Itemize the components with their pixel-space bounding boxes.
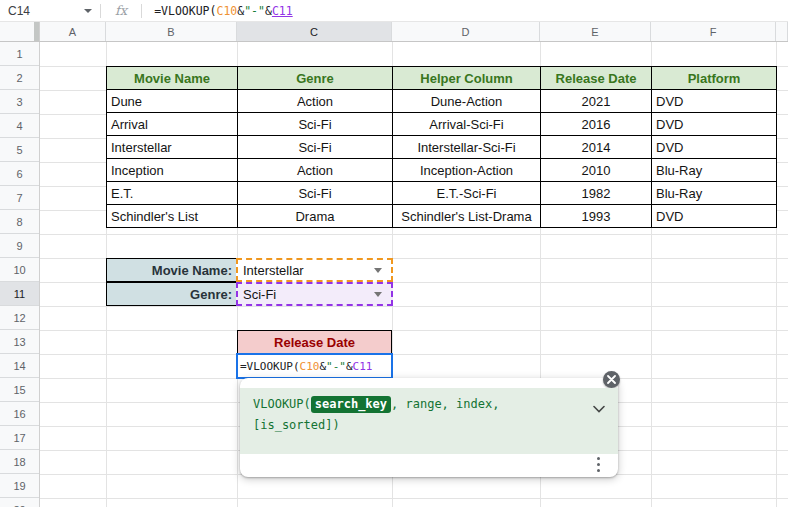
table-cell[interactable]: Blu-Ray	[652, 159, 777, 182]
table-cell[interactable]: E.T.-Sci-Fi	[393, 182, 541, 205]
row-header-5[interactable]: 5	[0, 138, 39, 162]
table-cell[interactable]: Schindler's List	[107, 205, 238, 228]
table-header-cell[interactable]: Helper Column	[393, 67, 541, 90]
table-cell[interactable]: DVD	[652, 113, 777, 136]
formula-token-ref1: C10	[216, 4, 237, 18]
column-header-partial[interactable]	[776, 22, 788, 41]
formula-token-ref2: C11	[272, 4, 293, 18]
table-cell[interactable]: Action	[238, 159, 393, 182]
row-header-16[interactable]: 16	[0, 402, 39, 426]
table-cell[interactable]: Action	[238, 90, 393, 113]
row-header-10[interactable]: 10	[0, 258, 39, 282]
name-box[interactable]: C14	[0, 0, 100, 21]
row-header-8[interactable]: 8	[0, 210, 39, 234]
sheet-grid[interactable]: Movie Name Genre Helper Column Release D…	[40, 42, 788, 507]
table-cell[interactable]: Blu-Ray	[652, 182, 777, 205]
table-cell[interactable]: 1993	[541, 205, 652, 228]
syntax-text: VLOOKUP(	[253, 397, 311, 411]
column-header-e[interactable]: E	[540, 22, 651, 41]
syntax-line-2: [is_sorted])	[253, 418, 582, 432]
table-cell[interactable]: DVD	[652, 136, 777, 159]
row-header-18[interactable]: 18	[0, 450, 39, 474]
row-header-14[interactable]: 14	[0, 354, 39, 378]
name-box-caret-icon[interactable]	[84, 9, 92, 13]
row-header-1[interactable]: 1	[0, 42, 39, 66]
row-header-20[interactable]: 20	[0, 498, 39, 507]
table-cell[interactable]: DVD	[652, 90, 777, 113]
table-cell[interactable]: 2021	[541, 90, 652, 113]
table-cell[interactable]: E.T.	[107, 182, 238, 205]
gridline	[40, 330, 788, 331]
column-header-d[interactable]: D	[392, 22, 540, 41]
collapse-chevron-icon[interactable]	[593, 405, 605, 413]
formula-token: &	[319, 360, 326, 373]
formula-input[interactable]: =VLOOKUP(C10&"-"&C11	[154, 4, 293, 18]
gridline	[40, 354, 788, 355]
select-all-corner[interactable]	[0, 22, 40, 41]
close-icon[interactable]	[603, 371, 620, 388]
table-cell[interactable]: Dune	[107, 90, 238, 113]
movie-name-label-cell[interactable]: Movie Name:	[106, 258, 237, 282]
row-header-9[interactable]: 9	[0, 234, 39, 258]
row-header-17[interactable]: 17	[0, 426, 39, 450]
dropdown-arrow-icon[interactable]	[374, 268, 382, 273]
formula-token: =VLOOKUP(	[154, 4, 216, 18]
row-header-6[interactable]: 6	[0, 162, 39, 186]
formula-token-ref1: C10	[300, 360, 320, 373]
table-header-cell[interactable]: Genre	[238, 67, 393, 90]
dropdown-arrow-icon[interactable]	[374, 292, 382, 297]
table-cell[interactable]: Dune-Action	[393, 90, 541, 113]
table-header-cell[interactable]: Movie Name	[107, 67, 238, 90]
row-header-3[interactable]: 3	[0, 90, 39, 114]
formula-token: =VLOOKUP(	[240, 360, 300, 373]
release-date-header-cell[interactable]: Release Date	[237, 330, 392, 354]
table-cell[interactable]: Schindler's List-Drama	[393, 205, 541, 228]
genre-label-cell[interactable]: Genre:	[106, 282, 237, 306]
row-header-4[interactable]: 4	[0, 114, 39, 138]
table-cell[interactable]: DVD	[652, 205, 777, 228]
column-header-row: ABCDEF	[0, 22, 788, 42]
active-formula-cell[interactable]: =VLOOKUP(C10&"-"&C11	[236, 353, 393, 379]
table-cell[interactable]: Drama	[238, 205, 393, 228]
syntax-text: , range, index,	[391, 397, 499, 411]
more-options-icon[interactable]	[597, 455, 600, 473]
active-argument-chip: search_key	[311, 396, 391, 413]
row-header-2[interactable]: 2	[0, 66, 39, 90]
row-header-15[interactable]: 15	[0, 378, 39, 402]
table-header-cell[interactable]: Platform	[652, 67, 777, 90]
table-row: Arrival Sci-Fi Arrival-Sci-Fi 2016 DVD	[107, 113, 777, 136]
table-header-cell[interactable]: Release Date	[541, 67, 652, 90]
table-cell[interactable]: Arrival-Sci-Fi	[393, 113, 541, 136]
table-cell[interactable]: Sci-Fi	[238, 113, 393, 136]
row-header-7[interactable]: 7	[0, 186, 39, 210]
table-cell[interactable]: 2016	[541, 113, 652, 136]
table-cell[interactable]: Arrival	[107, 113, 238, 136]
fx-icon: fx	[115, 3, 127, 18]
column-header-a[interactable]: A	[40, 22, 106, 41]
table-cell[interactable]: 2014	[541, 136, 652, 159]
table-cell[interactable]: Inception-Action	[393, 159, 541, 182]
formula-syntax-panel: VLOOKUP(search_key, range, index, [is_so…	[240, 388, 618, 454]
table-cell[interactable]: 1982	[541, 182, 652, 205]
table-cell[interactable]: Sci-Fi	[238, 182, 393, 205]
syntax-line-1: VLOOKUP(search_key, range, index,	[253, 397, 582, 411]
column-header-b[interactable]: B	[106, 22, 237, 41]
table-cell[interactable]: Interstellar-Sci-Fi	[393, 136, 541, 159]
table-cell[interactable]: 2010	[541, 159, 652, 182]
table-cell[interactable]: Interstellar	[107, 136, 238, 159]
table-cell[interactable]: Inception	[107, 159, 238, 182]
formula-token-ref2: C11	[353, 360, 373, 373]
genre-dropdown[interactable]: Sci-Fi	[236, 282, 393, 306]
column-header-c[interactable]: C	[237, 22, 392, 41]
gridline	[40, 234, 788, 235]
row-header-13[interactable]: 13	[0, 330, 39, 354]
formula-bar: C14 fx =VLOOKUP(C10&"-"&C11	[0, 0, 788, 22]
column-header-f[interactable]: F	[651, 22, 776, 41]
movie-name-dropdown-value: Interstellar	[243, 263, 304, 278]
row-header-11[interactable]: 11	[0, 282, 39, 306]
genre-dropdown-value: Sci-Fi	[243, 287, 276, 302]
row-header-19[interactable]: 19	[0, 474, 39, 498]
movie-name-dropdown[interactable]: Interstellar	[236, 258, 393, 282]
table-cell[interactable]: Sci-Fi	[238, 136, 393, 159]
row-header-12[interactable]: 12	[0, 306, 39, 330]
